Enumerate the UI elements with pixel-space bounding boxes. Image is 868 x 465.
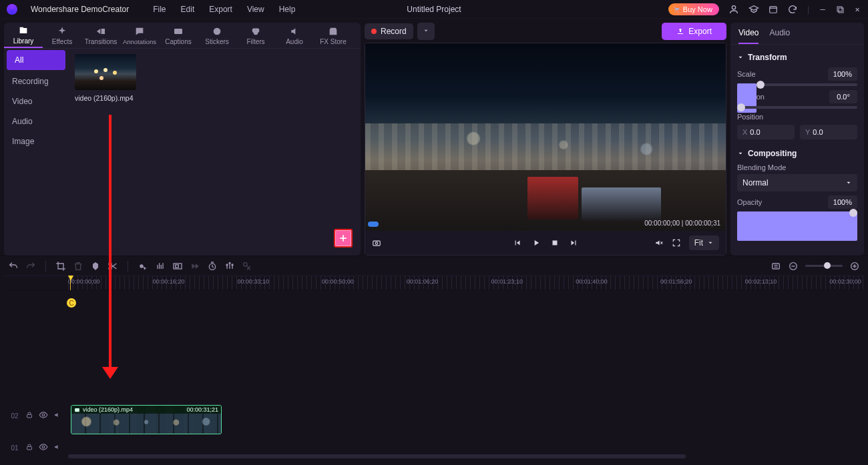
sidebar-item-image[interactable]: Image xyxy=(4,131,68,151)
window-minimize-button[interactable]: — xyxy=(819,5,827,14)
prev-frame-button[interactable] xyxy=(513,238,522,248)
tab-filters[interactable]: Filters xyxy=(236,23,275,48)
window-maximize-button[interactable] xyxy=(836,5,844,13)
stop-button[interactable] xyxy=(550,238,560,248)
delete-button[interactable] xyxy=(73,261,83,272)
buy-now-button[interactable]: Buy Now xyxy=(668,3,719,15)
svg-point-0 xyxy=(675,11,676,13)
media-clip[interactable]: video (2160p).mp4 xyxy=(75,54,136,102)
svg-rect-11 xyxy=(373,241,381,246)
fit-select[interactable]: Fit xyxy=(689,236,719,250)
menu-file[interactable]: File xyxy=(153,5,166,14)
svg-rect-27 xyxy=(27,414,31,418)
svg-rect-17 xyxy=(174,264,182,269)
split-button[interactable] xyxy=(107,261,118,272)
tab-fxstore[interactable]: FX Store xyxy=(314,23,353,48)
opacity-value[interactable]: 100% xyxy=(828,195,857,209)
track-head: 02 xyxy=(4,410,68,422)
scale-value[interactable]: 100% xyxy=(828,67,857,81)
marker-chip[interactable]: C xyxy=(67,298,76,308)
cursor-button[interactable] xyxy=(138,261,148,272)
color-button[interactable] xyxy=(224,261,235,272)
snapshot-button[interactable] xyxy=(372,238,381,248)
sidebar-item-audio[interactable]: Audio xyxy=(4,111,68,131)
library-icon xyxy=(18,25,29,36)
position-y-input[interactable]: Y0.0 xyxy=(800,125,857,139)
rotation-slider[interactable] xyxy=(737,106,857,109)
track-lock-button[interactable] xyxy=(25,443,33,453)
denoise-button[interactable] xyxy=(155,261,166,272)
scale-slider[interactable] xyxy=(737,83,857,86)
svg-rect-29 xyxy=(75,408,79,411)
track-mute-button[interactable] xyxy=(53,443,61,453)
rotation-value[interactable]: 0.0° xyxy=(829,90,857,103)
tab-audio[interactable]: Audio xyxy=(275,23,314,48)
marker-button[interactable] xyxy=(90,261,101,272)
menu-export[interactable]: Export xyxy=(209,5,232,14)
duration-button[interactable] xyxy=(207,261,218,272)
menu-help[interactable]: Help xyxy=(279,5,296,14)
export-button[interactable]: Export xyxy=(662,23,726,40)
menu-view[interactable]: View xyxy=(247,5,264,14)
blending-mode-select[interactable]: Normal xyxy=(737,174,857,191)
annotations-icon xyxy=(134,26,145,37)
record-button[interactable]: Record xyxy=(365,23,413,39)
record-dropdown[interactable] xyxy=(417,23,435,40)
speed-button[interactable] xyxy=(190,261,200,272)
sidebar-item-all[interactable]: All xyxy=(7,50,65,70)
tab-effects[interactable]: Effects xyxy=(43,23,81,48)
timeline-scrollbar[interactable] xyxy=(68,454,860,458)
tab-audio-prop[interactable]: Audio xyxy=(769,28,790,44)
svg-point-16 xyxy=(140,264,143,268)
tab-transitions[interactable]: Transitions xyxy=(81,23,120,48)
calendar-icon[interactable] xyxy=(769,5,778,14)
refresh-icon[interactable] xyxy=(787,4,798,15)
section-transform[interactable]: Transform xyxy=(737,53,857,62)
svg-rect-30 xyxy=(27,446,31,450)
timeline-clip[interactable]: video (2160p).mp4 00:00:31;21 xyxy=(71,405,222,434)
timeline-toolbar xyxy=(0,256,868,276)
next-frame-button[interactable] xyxy=(569,238,578,248)
audio-icon xyxy=(289,26,300,37)
greenscreen-button[interactable] xyxy=(242,261,252,272)
sidebar-item-recording[interactable]: Recording xyxy=(4,71,68,91)
zoom-slider[interactable] xyxy=(805,265,843,267)
preview-trim-indicator[interactable] xyxy=(368,221,379,227)
graduation-icon[interactable] xyxy=(748,4,759,15)
crop-button[interactable] xyxy=(55,261,66,272)
tab-video[interactable]: Video xyxy=(738,28,758,44)
main-menu: File Edit Export View Help xyxy=(153,5,295,14)
play-button[interactable] xyxy=(531,238,541,248)
section-compositing[interactable]: Compositing xyxy=(737,149,857,158)
sidebar-item-video[interactable]: Video xyxy=(4,91,68,111)
zoom-out-button[interactable] xyxy=(788,261,799,272)
fullscreen-button[interactable] xyxy=(672,238,681,248)
timeline-ruler[interactable]: 00:00:00;0000:00:16;2000:00:33;1000:00:5… xyxy=(4,276,864,290)
tab-library[interactable]: Library xyxy=(4,23,43,48)
video-preview[interactable]: 00:00:00;00 | 00:00:00;31 Fit xyxy=(365,43,726,256)
menu-edit[interactable]: Edit xyxy=(181,5,195,14)
tab-captions[interactable]: Captions xyxy=(159,23,198,48)
tab-annotations[interactable]: Annotations xyxy=(120,23,159,48)
timeline-tracks[interactable]: C 02 video (2160p).mp4 00:00:31;21 01 xyxy=(4,290,864,460)
account-icon[interactable] xyxy=(728,4,739,15)
track-visible-button[interactable] xyxy=(39,442,48,454)
redo-button[interactable] xyxy=(25,261,36,272)
preview-panel: Record Export 00:00:00;00 | 00:00:00;31 xyxy=(365,23,726,256)
timeline-settings-button[interactable] xyxy=(771,261,781,272)
window-close-button[interactable]: ✕ xyxy=(853,5,861,14)
media-clip-name: video (2160p).mp4 xyxy=(75,94,136,102)
pan-zoom-button[interactable] xyxy=(172,261,183,272)
opacity-slider[interactable] xyxy=(737,211,857,214)
track-visible-button[interactable] xyxy=(39,410,48,422)
tab-stickers[interactable]: Stickers xyxy=(198,23,236,48)
svg-point-28 xyxy=(42,414,45,416)
prop-position: Position X0.0 Y0.0 xyxy=(737,113,857,139)
position-x-input[interactable]: X0.0 xyxy=(737,125,795,139)
undo-button[interactable] xyxy=(8,261,19,272)
track-lock-button[interactable] xyxy=(25,411,33,421)
track-mute-button[interactable] xyxy=(53,411,61,421)
zoom-in-button[interactable] xyxy=(849,261,860,272)
mute-button[interactable] xyxy=(654,238,664,248)
add-media-button[interactable] xyxy=(334,229,353,248)
